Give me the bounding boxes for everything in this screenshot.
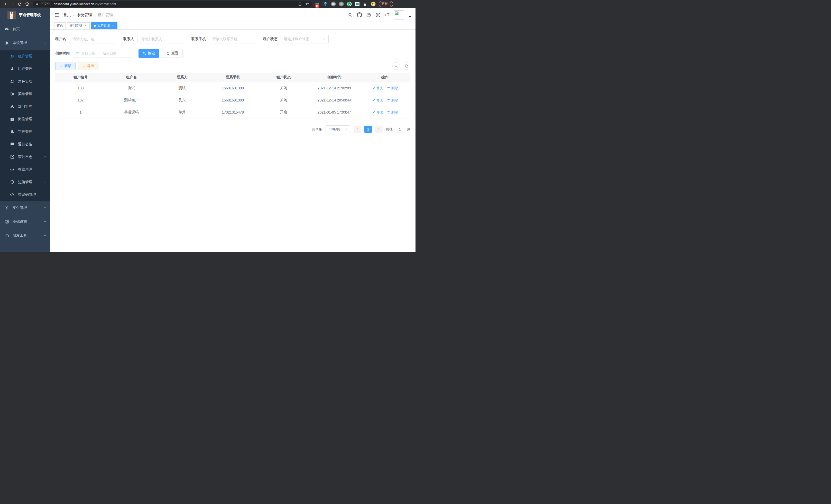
search-icon[interactable] <box>348 12 352 17</box>
export-button[interactable]: 导出 <box>78 62 98 70</box>
sidebar-item-post[interactable]: 岗位管理 <box>0 113 50 125</box>
sidebar-toggle-icon[interactable] <box>54 12 59 18</box>
cell-tenant-id: 108 <box>55 86 106 90</box>
breadcrumb-separator: / <box>73 13 74 17</box>
sidebar-item-online-user[interactable]: 在线用户 <box>0 163 50 176</box>
extension-circle-icon[interactable] <box>339 2 344 7</box>
sidebar-item-dev-tools[interactable]: 研发工具 <box>0 229 50 242</box>
font-size-icon[interactable]: TT <box>385 12 390 17</box>
sidebar-item-system[interactable]: 系统管理 <box>0 36 50 50</box>
edit-button[interactable]: 修改 <box>372 98 383 102</box>
back-icon[interactable] <box>2 1 9 7</box>
close-icon[interactable]: × <box>84 24 87 28</box>
page-size-select[interactable]: 10条/页 <box>325 125 350 133</box>
edit-icon <box>372 99 375 102</box>
close-icon[interactable]: × <box>111 24 115 28</box>
extension-pin-icon[interactable]: 10 <box>315 2 320 7</box>
error-code-icon <box>10 192 15 197</box>
extension-command-icon[interactable] <box>331 2 336 7</box>
delete-label: 删除 <box>391 110 398 115</box>
next-page-button[interactable] <box>375 126 382 133</box>
mobile-input[interactable] <box>209 35 257 43</box>
filter-tenant-name: 租户名 <box>55 35 117 43</box>
help-icon[interactable] <box>366 12 371 18</box>
page-size-value: 10条/页 <box>329 127 340 131</box>
edit-button[interactable]: 修改 <box>372 110 383 115</box>
tenant-name-input[interactable] <box>69 35 117 43</box>
breadcrumb-home[interactable]: 首页 <box>63 12 71 18</box>
sidebar-item-label: 在线用户 <box>18 167 32 172</box>
prev-page-button[interactable] <box>353 126 361 133</box>
sidebar-item-payment[interactable]: 支付管理 <box>0 201 50 215</box>
sidebar-item-label: 支付管理 <box>12 206 27 210</box>
sidebar-item-audit-log[interactable]: 审计日志 <box>0 151 50 163</box>
sidebar-item-notice[interactable]: 通知公告 <box>0 138 50 151</box>
hide-search-button[interactable] <box>392 62 400 70</box>
home-icon[interactable] <box>24 1 30 7</box>
pagination: 共 3 条 10条/页 1 前往 <box>55 125 410 133</box>
infrastructure-icon <box>4 219 9 224</box>
extension-balloon-icon[interactable] <box>323 2 328 7</box>
sidebar-item-sms[interactable]: 短信管理 <box>0 176 50 188</box>
address-bar[interactable]: 不安全 dashboard.yudao.iocoder.cn/system/te… <box>33 1 312 7</box>
reset-button[interactable]: 重置 <box>162 49 183 58</box>
bookmark-star-icon[interactable] <box>305 2 309 6</box>
tag-tenant[interactable]: 租户管理 × <box>91 22 117 29</box>
filter-status: 租户状态 请选择租户状态 <box>263 35 328 43</box>
dict-book-icon <box>10 129 15 134</box>
avatar[interactable] <box>394 10 404 20</box>
extension-y-icon[interactable]: y <box>347 2 352 7</box>
edit-button[interactable]: 修改 <box>372 86 383 90</box>
sidebar-item-role[interactable]: 角色管理 <box>0 75 50 88</box>
extensions-puzzle-icon[interactable] <box>363 2 368 7</box>
status-select[interactable]: 请选择租户状态 <box>281 35 328 43</box>
add-button[interactable]: 新增 <box>55 62 76 70</box>
sidebar-item-home[interactable]: 首页 <box>0 22 50 36</box>
fullscreen-icon[interactable] <box>376 12 380 18</box>
cell-actions: 修改 删除 <box>360 98 410 102</box>
tag-dept[interactable]: 部门管理 × <box>67 22 90 29</box>
tenant-users-icon <box>10 54 15 59</box>
delete-button[interactable]: 删除 <box>387 98 398 102</box>
cell-mobile: 15601691300 <box>207 98 258 102</box>
goto-page-input[interactable] <box>395 126 405 133</box>
table-toolbar: 新增 导出 <box>55 62 410 70</box>
tag-home[interactable]: 首页 <box>54 22 65 29</box>
org-chart-icon <box>10 104 15 109</box>
filter-contact: 联系人 <box>123 35 185 43</box>
page-1-button[interactable]: 1 <box>364 126 372 133</box>
sidebar-item-tenant[interactable]: 租户管理 <box>0 50 50 62</box>
delete-button[interactable]: 删除 <box>387 110 398 115</box>
cell-mobile: 15601691300 <box>207 86 258 90</box>
profile-avatar-icon[interactable] <box>371 2 376 7</box>
date-range-picker[interactable]: 开始日期 - 结束日期 <box>73 49 132 58</box>
payment-yen-icon <box>4 206 9 210</box>
column-header: 联系人 <box>157 75 207 80</box>
sidebar-item-label: 系统管理 <box>12 40 27 45</box>
sidebar-item-menu[interactable]: 菜单管理 <box>0 88 50 100</box>
sidebar-item-dept[interactable]: 部门管理 <box>0 100 50 113</box>
roles-icon <box>10 79 15 84</box>
breadcrumb-system[interactable]: 系统管理 <box>77 12 92 18</box>
sidebar-item-dict[interactable]: 字典管理 <box>0 125 50 138</box>
browser-update-button[interactable]: 更新 <box>379 1 393 7</box>
avatar-dropdown-caret-icon[interactable] <box>408 12 411 18</box>
sidebar-item-error-code[interactable]: 错误码管理 <box>0 188 50 201</box>
filter-row-1: 租户名 联系人 联系手机 租户状态 请选择租户状态 <box>55 35 410 43</box>
refresh-table-button[interactable] <box>403 62 410 70</box>
contact-input[interactable] <box>137 35 185 43</box>
extension-chat-icon[interactable] <box>354 2 360 7</box>
forward-icon[interactable] <box>9 1 16 7</box>
search-button[interactable]: 搜索 <box>139 49 159 58</box>
browser-menu-icon[interactable] <box>390 2 391 6</box>
reload-icon[interactable] <box>17 1 23 7</box>
share-icon[interactable] <box>298 2 302 6</box>
cell-contact: 秃头 <box>157 98 207 102</box>
sidebar-item-infrastructure[interactable]: 基础设施 <box>0 215 50 229</box>
cell-tenant-id: 107 <box>55 98 106 102</box>
app-logo-row[interactable]: 芋道管理系统 <box>0 8 50 22</box>
github-icon[interactable] <box>357 12 362 18</box>
column-header: 操作 <box>360 75 410 80</box>
sidebar-item-user[interactable]: 用户管理 <box>0 62 50 75</box>
delete-button[interactable]: 删除 <box>387 86 398 90</box>
